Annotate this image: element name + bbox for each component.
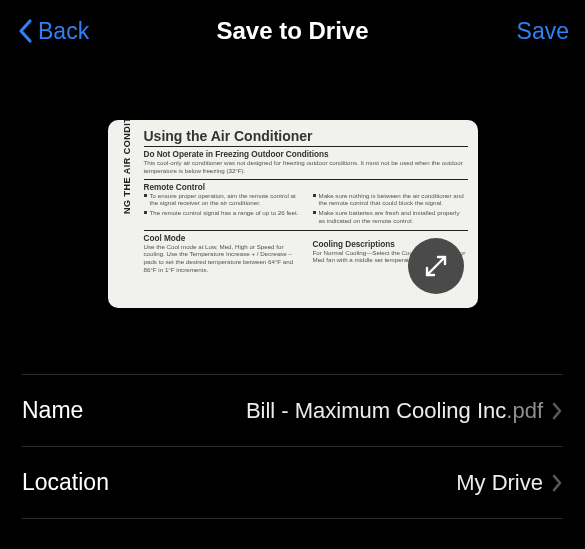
chevron-right-icon bbox=[551, 473, 563, 493]
doc-section2-heading: Remote Control bbox=[144, 183, 468, 192]
document-preview: NG THE AIR CONDITIONER Using the Air Con… bbox=[108, 120, 478, 308]
file-name-value: Bill - Maximum Cooling Inc.pdf bbox=[246, 398, 543, 424]
location-value: My Drive bbox=[456, 470, 543, 496]
doc-s2-right-b: Make sure batteries are fresh and instal… bbox=[319, 209, 468, 225]
expand-icon bbox=[422, 252, 450, 280]
chevron-right-icon bbox=[551, 401, 563, 421]
doc-s3-body: Use the Cool mode at Low, Med, High or S… bbox=[144, 243, 299, 274]
doc-section1-body: This cool-only air conditioner was not d… bbox=[144, 159, 468, 175]
document-side-label: NG THE AIR CONDITIONER bbox=[122, 120, 132, 214]
page-title: Save to Drive bbox=[216, 17, 368, 45]
doc-section1-heading: Do Not Operate in Freezing Outdoor Condi… bbox=[144, 150, 468, 159]
name-label: Name bbox=[22, 397, 83, 424]
doc-s2-right-a: Make sure nothing is between the air con… bbox=[319, 192, 468, 208]
back-label: Back bbox=[38, 18, 89, 45]
chevron-left-icon bbox=[16, 17, 36, 45]
file-name-row[interactable]: Name Bill - Maximum Cooling Inc.pdf bbox=[22, 375, 563, 446]
back-button[interactable]: Back bbox=[16, 17, 89, 45]
document-title: Using the Air Conditioner bbox=[144, 128, 468, 144]
location-row[interactable]: Location My Drive bbox=[22, 447, 563, 518]
doc-s2-left-a: To ensure proper operation, aim the remo… bbox=[150, 192, 299, 208]
save-button[interactable]: Save bbox=[517, 18, 569, 45]
expand-preview-button[interactable] bbox=[408, 238, 464, 294]
doc-s2-left-b: The remote control signal has a range of… bbox=[150, 209, 299, 217]
location-label: Location bbox=[22, 469, 109, 496]
doc-section3-heading: Cool Mode bbox=[144, 234, 299, 243]
